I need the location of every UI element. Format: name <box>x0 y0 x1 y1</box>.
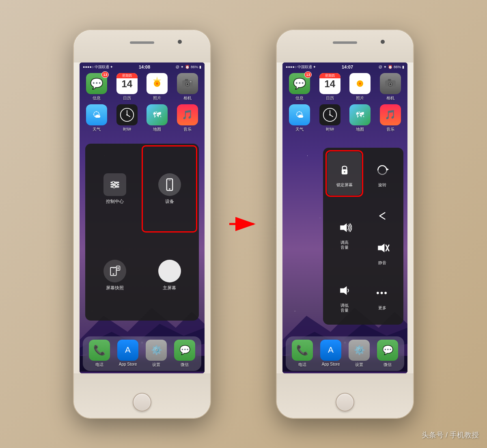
page-container: 头条号 / 手机教授 <box>0 0 487 448</box>
control-volume-down[interactable]: 调低音量 <box>327 272 362 321</box>
phone-left-status-bar: ●●●●○ 中国联通 ✦ 14:08 @ ✦ ⏰ 86% ▮ <box>80 62 205 71</box>
svg-point-22 <box>115 183 117 185</box>
phone-right-status-bar: ●●●●○ 中国联通 ✦ 14:07 @ ✦ ⏰ 86% ▮ <box>282 62 407 71</box>
red-box-lock <box>325 150 363 197</box>
dock-settings-left[interactable]: ⚙️ 设置 <box>142 340 170 368</box>
phone-left-screen: ●●●●○ 中国联通 ✦ 14:08 @ ✦ ⏰ 86% ▮ <box>80 62 205 373</box>
phone-right-status-right: @ ✦ ⏰ 86% ▮ <box>379 65 404 69</box>
control-lock-screen[interactable]: 锁定屏幕 <box>327 152 362 195</box>
arrow-container <box>227 212 260 236</box>
control-mute[interactable]: 静音 <box>365 234 399 269</box>
overlay-device[interactable]: 设备 <box>144 148 195 230</box>
red-box-device <box>142 145 197 233</box>
app-messages-right[interactable]: 💬 13 信息 <box>286 73 314 101</box>
red-arrow <box>227 216 260 232</box>
svg-point-42 <box>359 82 361 85</box>
phone-left-carrier: ●●●●○ 中国联通 ✦ <box>83 65 113 70</box>
app-maps-left[interactable]: 🗺 地图 <box>143 104 171 132</box>
phone-left-time: 14:08 <box>139 65 150 69</box>
phone-right-home-button[interactable] <box>336 393 354 411</box>
app-calendar-left[interactable]: 星期四 14 日历 <box>113 73 141 101</box>
svg-point-28 <box>112 273 114 275</box>
dock-settings-right[interactable]: ⚙️ 设置 <box>345 340 373 368</box>
svg-point-23 <box>113 186 115 188</box>
control-rotate[interactable]: 旋转 <box>365 152 399 195</box>
svg-text:A: A <box>328 345 334 354</box>
svg-rect-19 <box>110 184 119 185</box>
app-music-right[interactable]: 🎵 音乐 <box>377 104 405 132</box>
svg-rect-9 <box>185 79 188 81</box>
app-camera-right[interactable]: 相机 <box>377 73 405 101</box>
phone-right-time: 14:07 <box>342 65 353 69</box>
phone-left-camera <box>178 40 182 44</box>
svg-point-47 <box>389 83 391 85</box>
svg-point-51 <box>329 114 331 116</box>
app-photos-left[interactable]: 照片 <box>143 73 171 101</box>
phone-right-carrier: ●●●●○ 中国联通 ✦ <box>286 65 316 70</box>
control-center-right: 锁定屏幕 旋转 <box>323 148 403 325</box>
overlay-home[interactable]: 主屏幕 <box>144 234 195 317</box>
app-camera-left[interactable]: 相机 <box>174 73 202 101</box>
dock-wechat-left[interactable]: 💬 微信 <box>170 340 199 368</box>
svg-rect-44 <box>388 79 391 81</box>
app-messages-left[interactable]: 💬 13 信息 <box>83 73 111 101</box>
phone-right-dock: 📞 电话 A App Store ⚙️ 设置 <box>286 336 404 371</box>
app-photos-right[interactable]: 照片 <box>346 73 374 101</box>
svg-rect-18 <box>110 182 119 183</box>
svg-text:A: A <box>125 345 131 354</box>
control-back[interactable] <box>365 198 399 234</box>
watermark: 头条号 / 手机教授 <box>422 430 479 440</box>
assistive-menu-left: 控制中心 设备 <box>85 144 199 321</box>
dock-phone-left[interactable]: 📞 电话 <box>85 340 114 368</box>
app-weather-left[interactable]: 🌤 天气 <box>83 104 111 132</box>
phone-right-screen: ●●●●○ 中国联通 ✦ 14:07 @ ✦ ⏰ 86% ▮ <box>282 62 407 373</box>
svg-marker-56 <box>378 243 384 252</box>
phone-left-dock: 📞 电话 A App Store ⚙️ 设置 <box>83 336 201 371</box>
dock-wechat-right[interactable]: 💬 微信 <box>373 340 402 368</box>
phone-left: ●●●●○ 中国联通 ✦ 14:08 @ ✦ ⏰ 86% ▮ <box>73 29 211 419</box>
app-music-left[interactable]: 🎵 音乐 <box>174 104 202 132</box>
control-volume-up[interactable]: 调高音量 <box>327 198 362 269</box>
phone-left-bottom-bezel <box>74 373 210 418</box>
app-weather-right[interactable]: 🌤 天气 <box>286 104 314 132</box>
phone-left-home-button[interactable] <box>133 393 151 411</box>
app-clock-left[interactable]: 时钟 <box>113 104 141 132</box>
phone-right-top-bezel <box>277 30 413 62</box>
svg-marker-55 <box>340 224 347 233</box>
phone-right: ●●●●○ 中国联通 ✦ 14:07 @ ✦ ⏰ 86% ▮ <box>276 29 414 419</box>
control-more[interactable]: ••• 更多 <box>365 272 399 321</box>
phone-left-speaker <box>130 41 154 44</box>
svg-point-13 <box>190 81 191 82</box>
phone-right-bottom-bezel <box>277 373 413 418</box>
dock-phone-right[interactable]: 📞 电话 <box>288 340 317 368</box>
dock-appstore-right[interactable]: A App Store <box>317 340 345 368</box>
phone-right-speaker <box>333 41 357 44</box>
phone-left-status-right: @ ✦ ⏰ 86% ▮ <box>176 65 201 69</box>
phone-right-app-grid: 💬 13 信息 星期四 14 日历 <box>286 73 404 132</box>
svg-marker-59 <box>340 286 347 295</box>
phone-left-top-bezel <box>74 30 210 62</box>
phone-left-app-grid: 💬 13 信息 星期四 14 日历 <box>83 73 201 132</box>
svg-point-21 <box>112 181 114 183</box>
app-calendar-right[interactable]: 星期四 14 日历 <box>316 73 344 101</box>
app-clock-right[interactable]: 时钟 <box>316 104 344 132</box>
svg-point-12 <box>186 83 188 85</box>
svg-point-17 <box>126 114 128 116</box>
svg-point-7 <box>156 82 158 85</box>
overlay-control-center[interactable]: 控制中心 <box>89 148 140 230</box>
phone-right-camera <box>381 40 385 44</box>
app-maps-right[interactable]: 🗺 地图 <box>346 104 374 132</box>
overlay-screenshot[interactable]: 屏幕快照 <box>89 234 140 317</box>
dock-appstore-left[interactable]: A App Store <box>114 340 142 368</box>
svg-rect-29 <box>112 268 114 269</box>
